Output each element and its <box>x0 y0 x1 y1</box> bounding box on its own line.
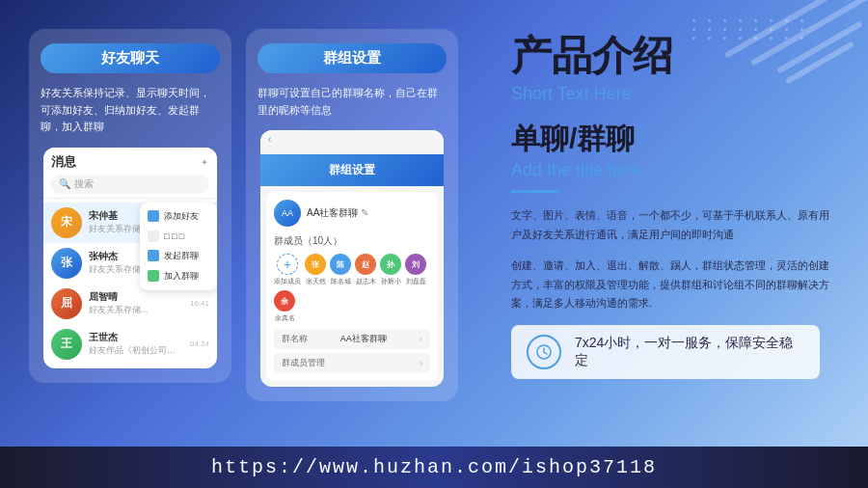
feature-desc-2: 群聊可设置自己的群聊名称，自己在群里的昵称等信息 <box>258 85 447 119</box>
chat-item-4[interactable]: 王 王世杰 好友作品《初创公司启动了?》 04:24 <box>43 324 217 365</box>
menu-start-group[interactable]: 发起群聊 <box>140 246 217 266</box>
phone-title-1: 消息 <box>51 153 76 171</box>
menu-add-friend[interactable]: 添加好友 <box>140 206 217 227</box>
footer-url: https://www.huzhan.com/ishop37118 <box>29 456 839 478</box>
member-name-5: 刘磊磊 <box>406 277 426 286</box>
main-wrapper: 好友聊天 好友关系保持记录、显示聊天时间，可添加好友、归纳加好友、发起群聊，加入… <box>0 0 868 488</box>
chat-name-4: 王世杰 <box>89 331 183 344</box>
left-section: 好友聊天 好友关系保持记录、显示聊天时间，可添加好友、归纳加好友、发起群聊，加入… <box>29 19 473 437</box>
chat-time-4: 04:24 <box>190 339 209 348</box>
gs-avatar: AA <box>274 200 301 227</box>
search-icon: 🔍 <box>59 178 70 189</box>
member-avatar-1: 张 <box>305 254 326 275</box>
member-3: 赵 赵志木 <box>355 254 376 286</box>
phone-screen-2: ‹ 群组设置 AA AA社客群聊 ✎ 群成员（10人） <box>260 130 444 387</box>
gs-field-label: 群名称 <box>282 333 308 345</box>
chat-list: 宋 宋仲基 好友关系存储近期，打招呼... 添加好友 <box>43 199 217 368</box>
feature-desc-1: 好友关系保持记录、显示聊天时间，可添加好友、归纳加好友、发起群聊，加入群聊 <box>41 85 220 136</box>
member-name-2: 陈名城 <box>331 277 351 286</box>
member-label-add: 添加成员 <box>274 277 301 286</box>
avatar-4: 王 <box>51 329 82 360</box>
phone-title-bar: 消息 ＋ <box>51 153 209 171</box>
member-4: 孙 孙辉小 <box>380 254 401 286</box>
product-title: 产品介绍 <box>511 34 829 78</box>
gs-name-row: AA AA社客群聊 ✎ <box>274 200 430 227</box>
footer: https://www.huzhan.com/ishop37118 <box>0 447 868 488</box>
search-bar[interactable]: 🔍 搜索 <box>51 175 209 194</box>
add-member-button[interactable]: + <box>277 254 298 275</box>
chat-time-3: 16:41 <box>190 299 209 308</box>
phone-screen-1: 消息 ＋ 🔍 搜索 宋 <box>43 148 217 368</box>
add-friend-label: 添加好友 <box>164 210 199 223</box>
chat-item-1[interactable]: 宋 宋仲基 好友关系存储近期，打招呼... 添加好友 <box>43 203 217 243</box>
member-name-1: 张天然 <box>306 277 326 286</box>
group-settings-header: 群组设置 <box>260 154 444 186</box>
context-menu: 添加好友 □ □ □ 发起群聊 <box>140 203 217 290</box>
section-title: 单聊/群聊 <box>511 122 829 156</box>
member-6: 余 余真名 <box>274 290 295 323</box>
phone-icons: ＋ <box>200 155 209 169</box>
chevron-right-icon: › <box>420 334 422 344</box>
avatar-1: 宋 <box>51 207 82 238</box>
back-arrow: ‹ <box>260 130 444 149</box>
edit-icon: ✎ <box>361 207 368 218</box>
member-2: 陈 陈名城 <box>330 254 351 286</box>
chat-info-4: 王世杰 好友作品《初创公司启动了?》 <box>89 331 183 357</box>
phone-header-1: 消息 ＋ 🔍 搜索 <box>43 148 217 199</box>
member-name-3: 赵志木 <box>356 277 376 286</box>
chat-name-3: 屈智晴 <box>89 290 183 304</box>
chat-msg-3: 好友关系存储... <box>89 304 176 316</box>
chevron-right-icon-2: › <box>420 358 422 368</box>
gs-manage-label: 群成员管理 <box>282 357 325 369</box>
member-name-4: 孙辉小 <box>381 277 401 286</box>
chat-info-3: 屈智晴 好友关系存储... <box>89 290 183 316</box>
service-box: 7x24小时，一对一服务，保障安全稳定 <box>511 325 820 379</box>
chat-msg-4: 好友作品《初创公司启动了?》 <box>89 344 176 357</box>
members-label: 群成员（10人） <box>274 234 430 248</box>
start-group-label: 发起群聊 <box>164 250 199 262</box>
service-icon <box>527 335 561 369</box>
gs-manage-field[interactable]: 群成员管理 › <box>274 353 430 373</box>
member-1: 张 张天然 <box>305 254 326 286</box>
members-section: 群成员（10人） + 添加成员 张 张天然 <box>274 234 430 323</box>
members-grid: + 添加成员 张 张天然 陈 陈名城 <box>274 254 430 323</box>
member-avatar-3: 赵 <box>355 254 376 275</box>
gs-group-name-field[interactable]: 群名称 AA社客群聊 › <box>274 329 430 349</box>
icon-1 <box>148 230 159 242</box>
divider <box>511 190 559 193</box>
member-avatar-2: 陈 <box>330 254 351 275</box>
badge-friend-chat: 好友聊天 <box>41 43 220 73</box>
icon-row-label: □ □ □ <box>164 231 184 241</box>
member-avatar-4: 孙 <box>380 254 401 275</box>
member-avatar-6: 余 <box>274 290 295 312</box>
member-avatar-5: 刘 <box>405 254 426 275</box>
join-group-label: 加入群聊 <box>164 270 199 283</box>
group-settings-title: 群组设置 <box>329 163 375 176</box>
member-add[interactable]: + 添加成员 <box>274 254 301 286</box>
badge-group-settings: 群组设置 <box>258 43 447 73</box>
plus-icon[interactable]: ＋ <box>200 155 209 169</box>
menu-icons-row: □ □ □ <box>140 227 217 246</box>
join-group-icon <box>148 270 159 282</box>
start-group-icon <box>148 250 159 261</box>
desc-text-1: 文字、图片、表情、语音，一个都不少，可基于手机联系人、原有用户及好友关系进行通讯… <box>511 206 829 245</box>
avatar-2: 张 <box>51 248 82 279</box>
phone-card-1: 好友聊天 好友关系保持记录、显示聊天时间，可添加好友、归纳加好友、发起群聊，加入… <box>29 29 231 383</box>
avatar-3: 屈 <box>51 288 82 319</box>
service-svg <box>534 342 554 362</box>
gs-field-value: AA社客群聊 <box>340 333 387 345</box>
member-name-6: 余真名 <box>275 313 295 323</box>
group-settings-body: AA AA社客群聊 ✎ 群成员（10人） + 添加成员 <box>266 192 438 381</box>
search-placeholder: 搜索 <box>74 177 94 191</box>
desc-text-2: 创建、邀请、加入、退出、解散、踢人，群组状态管理，灵活的创建方式，丰富的权限及管… <box>511 257 829 313</box>
add-title: Add the title here <box>511 160 829 180</box>
phone-card-2: 群组设置 群聊可设置自己的群聊名称，自己在群里的昵称等信息 ‹ 群组设置 AA … <box>246 29 458 401</box>
menu-join-group[interactable]: 加入群聊 <box>140 266 217 286</box>
add-friend-icon <box>148 210 159 222</box>
service-text: 7x24小时，一对一服务，保障安全稳定 <box>575 335 804 369</box>
member-5: 刘 刘磊磊 <box>405 254 426 286</box>
right-section: 产品介绍 Short Text Here 单聊/群聊 Add the title… <box>492 19 839 437</box>
content-area: 好友聊天 好友关系保持记录、显示聊天时间，可添加好友、归纳加好友、发起群聊，加入… <box>0 0 868 447</box>
short-text: Short Text Here <box>511 84 829 104</box>
gs-name: AA社客群聊 ✎ <box>307 206 368 220</box>
